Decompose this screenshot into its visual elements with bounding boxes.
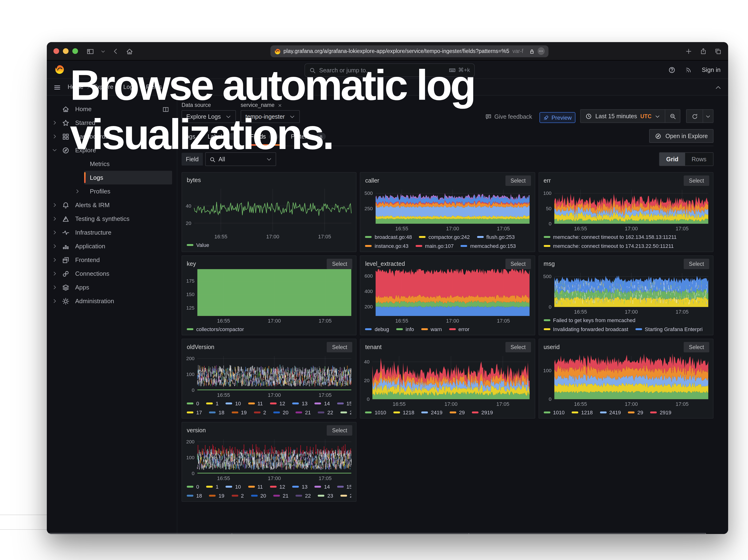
share-button[interactable] (700, 47, 707, 55)
legend-item[interactable]: 1010 (543, 410, 564, 415)
address-bar[interactable]: play.grafana.org/a/grafana-lokiexplore-a… (270, 45, 548, 57)
legend-item[interactable]: Failed to get keys from memcached (543, 317, 635, 323)
select-button[interactable]: Select (327, 425, 352, 436)
legend-item[interactable]: memcache: connect timeout to 174.213.22.… (543, 243, 674, 249)
legend-item[interactable]: 19 (209, 493, 225, 498)
legend-item[interactable]: 2 (231, 493, 244, 498)
legend-item[interactable]: 29 (450, 410, 465, 415)
news-icon[interactable] (685, 65, 693, 74)
legend-item[interactable]: 23 (340, 410, 351, 415)
chart[interactable]: 16:5517:0017:05175150125 (182, 269, 355, 324)
select-button[interactable]: Select (684, 259, 709, 269)
chart[interactable]: 16:5517:0017:0540200 (360, 352, 534, 408)
sidebar-item-alerts-irm[interactable]: Alerts & IRM (47, 198, 177, 212)
select-button[interactable]: Select (505, 342, 531, 352)
legend-item[interactable]: 15 (337, 400, 351, 406)
legend-item[interactable]: 14 (315, 400, 330, 406)
tab-overview-button[interactable] (715, 47, 722, 55)
select-button[interactable]: Select (684, 342, 709, 352)
select-button[interactable]: Select (327, 259, 352, 269)
legend-item[interactable]: 10 (226, 400, 241, 406)
legend-item[interactable]: 21 (296, 410, 311, 415)
select-button[interactable]: Select (505, 259, 531, 269)
new-tab-button[interactable] (685, 47, 692, 55)
minimize-window-button[interactable] (63, 48, 69, 54)
legend-item[interactable]: 1218 (393, 410, 415, 415)
chart[interactable]: 16:5517:0017:05600400200 (360, 269, 534, 324)
select-button[interactable]: Select (505, 176, 531, 186)
chart[interactable]: 16:5517:0017:052001000 (182, 436, 355, 482)
legend-item[interactable]: 21 (273, 493, 289, 498)
zoom-out-time-button[interactable] (665, 110, 680, 122)
legend-item[interactable]: compactor.go:242 (419, 234, 470, 239)
browser-home-button[interactable] (126, 47, 133, 55)
chart[interactable]: 16:5517:0017:051000 (539, 352, 712, 408)
back-button[interactable] (112, 47, 119, 55)
legend-item[interactable]: 2419 (422, 410, 443, 415)
chevron-down-icon[interactable] (101, 47, 106, 55)
menu-toggle-icon[interactable] (53, 83, 61, 91)
legend-item[interactable]: main.go:107 (416, 243, 454, 249)
sidebar-item-profiles[interactable]: Profiles (70, 184, 172, 198)
sidebar-item-application[interactable]: Application (47, 239, 177, 253)
legend-item[interactable]: 20 (273, 410, 289, 415)
legend-item[interactable]: 23 (318, 493, 333, 498)
legend-item[interactable]: info (396, 326, 414, 332)
legend-item[interactable]: 2 (254, 410, 266, 415)
legend-item[interactable]: 2919 (472, 410, 493, 415)
layout-rows-option[interactable]: Rows (685, 153, 713, 166)
legend-item[interactable]: memcache: connect timeout to 162.134.158… (543, 234, 677, 239)
legend-item[interactable]: flush.go:253 (477, 234, 515, 239)
more-options-icon[interactable] (537, 47, 544, 55)
zoom-window-button[interactable] (72, 48, 78, 54)
legend-item[interactable]: 10 (226, 484, 241, 489)
legend-item[interactable]: 24 (340, 493, 351, 498)
legend-item[interactable]: 1 (206, 484, 218, 489)
sidebar-item-testing-synthetics[interactable]: Testing & synthetics (47, 212, 177, 226)
legend-item[interactable]: 2919 (650, 410, 671, 415)
legend-item[interactable]: 18 (209, 410, 225, 415)
legend-item[interactable]: 12 (270, 400, 285, 406)
layout-grid-option[interactable]: Grid (660, 153, 685, 166)
sidebar-item-apps[interactable]: Apps (47, 280, 177, 294)
legend-item[interactable]: 1010 (365, 410, 386, 415)
legend-item[interactable]: 29 (628, 410, 643, 415)
open-in-explore-button[interactable]: Open in Explore (649, 129, 714, 143)
legend-item[interactable]: 11 (248, 484, 263, 489)
legend-item[interactable]: 22 (296, 493, 311, 498)
browser-sidebar-toggle[interactable] (87, 47, 94, 55)
refresh-interval-button[interactable] (703, 110, 713, 122)
legend-item[interactable]: 2419 (600, 410, 621, 415)
sidebar-item-infrastructure[interactable]: Infrastructure (47, 226, 177, 239)
select-button[interactable]: Select (684, 176, 709, 186)
close-window-button[interactable] (53, 48, 59, 54)
legend-item[interactable]: 13 (292, 400, 308, 406)
legend-item[interactable]: collectors/compactor (187, 326, 244, 332)
legend-item[interactable]: 15 (337, 484, 351, 489)
legend-item[interactable]: 11 (248, 400, 263, 406)
chart[interactable]: 16:5517:0017:05500250 (360, 186, 534, 232)
sidebar-item-frontend[interactable]: Frontend (47, 253, 177, 267)
legend-item[interactable]: 12 (270, 484, 285, 489)
chart[interactable]: 16:5517:0017:055000 (539, 269, 712, 316)
legend-item[interactable]: debug (365, 326, 389, 332)
legend-item[interactable]: Starting Grafana Enterpri (635, 326, 703, 332)
chevron-up-icon[interactable] (715, 83, 722, 91)
chart[interactable]: 16:5517:0017:054020 (182, 185, 355, 240)
sign-in-link[interactable]: Sign in (702, 66, 721, 73)
select-button[interactable]: Select (327, 342, 352, 352)
give-feedback-button[interactable]: Give feedback (482, 110, 535, 123)
refresh-button[interactable] (686, 110, 703, 122)
legend-item[interactable]: 0 (187, 400, 199, 406)
legend-item[interactable]: 0 (187, 484, 199, 489)
legend-item[interactable]: error (449, 326, 469, 332)
legend-item[interactable]: broadcast.go:48 (365, 234, 412, 239)
chart[interactable]: 16:5517:0017:05100500 (539, 186, 712, 232)
legend-item[interactable]: warn (421, 326, 442, 332)
legend-item[interactable]: 1 (206, 400, 218, 406)
sidebar-item-logs[interactable]: Logs (70, 171, 172, 184)
preview-badge[interactable]: Preview (540, 112, 576, 123)
legend-item[interactable]: 20 (251, 493, 266, 498)
legend-item[interactable]: 18 (187, 493, 202, 498)
legend-item[interactable]: 1218 (571, 410, 593, 415)
